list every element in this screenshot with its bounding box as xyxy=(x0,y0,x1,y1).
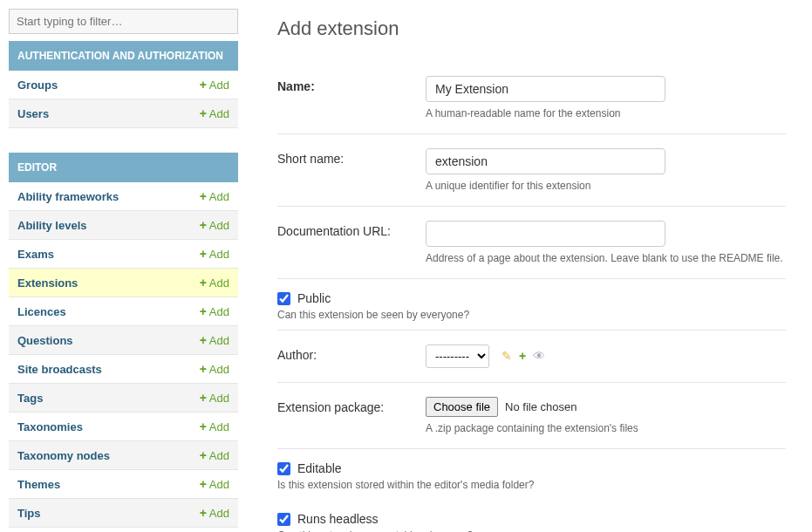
doc-url-label: Documentation URL: xyxy=(277,221,426,238)
add-link[interactable]: + Add xyxy=(200,477,229,491)
eye-icon[interactable]: 👁 xyxy=(533,349,545,363)
runs-headless-label: Runs headless xyxy=(297,512,379,526)
filter-input[interactable] xyxy=(9,9,238,34)
add-link[interactable]: + Add xyxy=(200,506,229,520)
sidebar-item: Tags+ Add xyxy=(9,384,238,413)
page-title: Add extension xyxy=(277,17,786,40)
plus-icon: + xyxy=(200,276,207,290)
sidebar-item-link[interactable]: Taxonomies xyxy=(17,420,83,433)
add-link[interactable]: + Add xyxy=(200,78,229,92)
add-link[interactable]: + Add xyxy=(200,247,229,261)
package-help: A .zip package containing the extension'… xyxy=(426,422,786,434)
plus-icon: + xyxy=(200,362,207,376)
runs-headless-checkbox[interactable] xyxy=(277,513,290,526)
add-label: Add xyxy=(209,420,229,433)
public-help: Can this extension be seen by everyone? xyxy=(277,309,786,321)
editable-checkbox[interactable] xyxy=(277,462,290,475)
sidebar-item: Extensions+ Add xyxy=(9,269,238,297)
section-header: AUTHENTICATION AND AUTHORIZATION xyxy=(9,41,238,71)
plus-icon: + xyxy=(200,247,207,261)
sidebar-item-link[interactable]: Themes xyxy=(17,478,60,491)
name-label: Name: xyxy=(277,76,426,93)
sidebar-item-link[interactable]: Ability levels xyxy=(17,219,86,232)
sidebar-item: Ability frameworks+ Add xyxy=(9,182,238,211)
sidebar-item-link[interactable]: Site broadcasts xyxy=(17,363,102,376)
add-link[interactable]: + Add xyxy=(200,448,229,462)
add-label: Add xyxy=(209,107,229,120)
sidebar-item: Exams+ Add xyxy=(9,240,238,269)
choose-file-button[interactable]: Choose file xyxy=(426,397,498,417)
sidebar-item: Tips+ Add xyxy=(9,499,238,528)
add-label: Add xyxy=(209,363,229,376)
sidebar-item: Taxonomy nodes+ Add xyxy=(9,441,238,470)
editable-help: Is this extension stored within the edit… xyxy=(277,479,786,491)
plus-icon: + xyxy=(200,218,207,232)
sidebar-item-link[interactable]: Extensions xyxy=(17,276,78,290)
plus-icon: + xyxy=(200,419,207,433)
add-link[interactable]: + Add xyxy=(200,106,229,120)
sidebar-item: Ability levels+ Add xyxy=(9,211,238,240)
add-link[interactable]: + Add xyxy=(200,276,229,290)
sidebar-item-link[interactable]: Taxonomy nodes xyxy=(17,449,110,462)
sidebar-item: Taxonomies+ Add xyxy=(9,413,238,441)
plus-icon[interactable]: + xyxy=(519,349,526,363)
add-label: Add xyxy=(209,248,229,261)
plus-icon: + xyxy=(200,78,207,92)
plus-icon: + xyxy=(200,391,207,405)
add-label: Add xyxy=(209,276,229,290)
package-label: Extension package: xyxy=(277,397,426,414)
sidebar-item-link[interactable]: Tags xyxy=(17,392,43,405)
plus-icon: + xyxy=(200,448,207,462)
doc-url-help: Address of a page about the extension. L… xyxy=(426,252,786,264)
sidebar-item: Themes+ Add xyxy=(9,470,238,499)
plus-icon: + xyxy=(200,506,207,520)
public-checkbox[interactable] xyxy=(277,292,290,305)
plus-icon: + xyxy=(200,189,207,203)
sidebar: AUTHENTICATION AND AUTHORIZATIONGroups+ … xyxy=(0,0,238,532)
author-select[interactable]: --------- xyxy=(426,344,489,368)
add-link[interactable]: + Add xyxy=(200,391,229,405)
add-label: Add xyxy=(209,78,229,92)
add-link[interactable]: + Add xyxy=(200,362,229,376)
add-label: Add xyxy=(209,334,229,347)
add-link[interactable]: + Add xyxy=(200,218,229,232)
plus-icon: + xyxy=(200,106,207,120)
add-label: Add xyxy=(209,392,229,405)
sidebar-item-link[interactable]: Tips xyxy=(17,507,41,520)
plus-icon: + xyxy=(200,477,207,491)
public-label: Public xyxy=(297,291,331,305)
sidebar-item-link[interactable]: Groups xyxy=(17,78,58,92)
editable-label: Editable xyxy=(297,461,342,475)
sidebar-item-link[interactable]: Ability frameworks xyxy=(17,190,119,203)
sidebar-item-link[interactable]: Exams xyxy=(17,248,54,261)
main-content: Add extension Name: A human-readable nam… xyxy=(238,0,812,532)
add-link[interactable]: + Add xyxy=(200,304,229,318)
name-input[interactable] xyxy=(426,76,665,102)
sidebar-item-link[interactable]: Users xyxy=(17,107,49,120)
add-label: Add xyxy=(209,305,229,318)
doc-url-input[interactable] xyxy=(426,221,665,247)
section-header: EDITOR xyxy=(9,153,238,182)
sidebar-item-link[interactable]: Questions xyxy=(17,334,73,347)
add-link[interactable]: + Add xyxy=(200,189,229,203)
sidebar-item: Licences+ Add xyxy=(9,297,238,326)
sidebar-item-link[interactable]: Licences xyxy=(17,305,66,318)
sidebar-item: Users+ Add xyxy=(9,99,238,128)
pencil-icon[interactable]: ✎ xyxy=(502,349,512,363)
add-label: Add xyxy=(209,478,229,491)
sidebar-item: Questions+ Add xyxy=(9,326,238,355)
plus-icon: + xyxy=(200,333,207,347)
add-label: Add xyxy=(209,507,229,520)
short-name-input[interactable] xyxy=(426,148,665,174)
sidebar-item: Groups+ Add xyxy=(9,71,238,99)
add-link[interactable]: + Add xyxy=(200,419,229,433)
short-name-label: Short name: xyxy=(277,148,426,166)
add-link[interactable]: + Add xyxy=(200,333,229,347)
short-name-help: A unique identifier for this extension xyxy=(426,180,786,192)
no-file-text: No file chosen xyxy=(505,400,577,413)
add-label: Add xyxy=(209,449,229,462)
plus-icon: + xyxy=(200,304,207,318)
add-label: Add xyxy=(209,190,229,203)
sidebar-item: Site broadcasts+ Add xyxy=(9,355,238,384)
name-help: A human-readable name for the extension xyxy=(426,107,786,119)
